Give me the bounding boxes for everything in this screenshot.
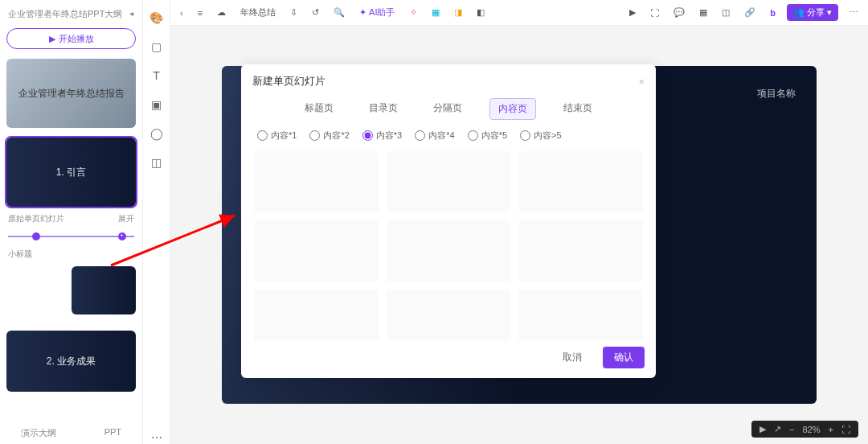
document-title-row[interactable]: 企业管理者年终总结PPT大纲 ▾ (5, 5, 137, 23)
template-card[interactable] (254, 220, 379, 282)
slide-thumb-sub[interactable] (72, 266, 136, 314)
search-icon[interactable]: 🔍 (330, 6, 348, 19)
template-card[interactable] (387, 151, 511, 212)
radio-content-gt5[interactable]: 内容>5 (520, 130, 562, 142)
pointer-icon[interactable]: ↗ (774, 424, 781, 434)
slide-thumb-2[interactable]: 1. 引言 (6, 138, 136, 207)
radio-content-5[interactable]: 内容*5 (468, 130, 507, 142)
radio-content-4[interactable]: 内容*4 (415, 130, 454, 142)
back-icon[interactable]: ‹ (177, 6, 186, 19)
radio-content-1[interactable]: 内容*1 (257, 130, 297, 142)
sidebar-tab-outline[interactable]: 演示大纲 (21, 427, 56, 439)
play-icon: ▶ (49, 34, 55, 44)
slide-thumb-3[interactable]: 2. 业务成果 (6, 331, 136, 392)
tool-column: 🎨 ▢ T ▣ ◯ ◫ ⋯ (143, 0, 170, 444)
tab-toc-page[interactable]: 目录页 (361, 98, 406, 120)
start-play-button[interactable]: ▶ 开始播放 (6, 28, 136, 49)
slide-thumb-label: 1. 引言 (56, 166, 86, 179)
section-expand[interactable]: 展开 (118, 213, 134, 224)
present-icon[interactable]: ⛶ (647, 6, 662, 19)
more-icon[interactable]: ⋯ (846, 6, 862, 19)
slide-thumb-label: 2. 业务成果 (47, 355, 96, 368)
template-card[interactable] (518, 290, 643, 340)
timeline[interactable] (8, 231, 134, 242)
content-count-radios: 内容*1 内容*2 内容*3 内容*4 内容*5 内容>5 (257, 130, 640, 142)
tool-c-icon[interactable]: ◨ (451, 6, 465, 19)
zoom-level[interactable]: 82% (803, 425, 821, 434)
template-card[interactable] (387, 220, 511, 282)
template-card[interactable] (387, 290, 511, 340)
color-dots-icon[interactable]: ⋯ (150, 431, 163, 444)
chart-icon[interactable]: ◫ (150, 156, 163, 169)
logo-icon[interactable]: b (767, 6, 779, 19)
radio-content-2[interactable]: 内容*2 (309, 130, 349, 142)
tab-title-page[interactable]: 标题页 (297, 98, 342, 120)
section-label: 原始单页幻灯片 (8, 213, 64, 224)
tool-b-icon[interactable]: ▦ (428, 6, 443, 19)
chevron-down-icon: ▾ (128, 12, 137, 16)
layers-icon[interactable]: ◫ (719, 6, 733, 19)
template-card[interactable] (254, 151, 379, 212)
shape-icon[interactable]: ◯ (150, 127, 163, 140)
comment-icon[interactable]: 💬 (670, 6, 688, 19)
link-icon[interactable]: 🔗 (741, 6, 759, 19)
cloud-icon[interactable]: ☁ (214, 6, 229, 19)
tab-content-page[interactable]: 内容页 (489, 98, 536, 120)
topbar: ‹ ≡ ☁ 年终总结 ⇩ ↺ 🔍 ✦ AI助手 ✧ ▦ ◨ ◧ ▶ ⛶ 💬 ▦ … (170, 0, 868, 26)
tool-d-icon[interactable]: ◧ (473, 6, 488, 19)
image-icon[interactable]: ▣ (150, 98, 163, 111)
new-slide-modal: 新建单页幻灯片 × 标题页 目录页 分隔页 内容页 结束页 内容*1 内容*2 … (241, 64, 656, 378)
fullscreen-icon[interactable]: ⛶ (841, 425, 850, 434)
history-icon[interactable]: ↺ (309, 6, 322, 19)
crop-icon[interactable]: ▢ (150, 40, 163, 53)
share-button[interactable]: 👥 分享 ▾ (787, 4, 838, 21)
tab-end-page[interactable]: 结束页 (555, 98, 600, 120)
doc-name[interactable]: 年终总结 (237, 5, 279, 20)
sidebar: 企业管理者年终总结PPT大纲 ▾ ▶ 开始播放 企业管理者年终总结报告 1. 引… (0, 0, 143, 444)
export-icon[interactable]: ⇩ (287, 6, 301, 19)
menu-icon[interactable]: ≡ (194, 6, 206, 19)
play-icon[interactable]: ▶ (760, 424, 766, 434)
tab-divider-page[interactable]: 分隔页 (425, 98, 470, 120)
ai-assistant-button[interactable]: ✦ AI助手 (356, 5, 398, 20)
close-icon[interactable]: × (638, 76, 645, 88)
timeline-add-icon[interactable] (118, 232, 126, 240)
slide-thumb-label: 企业管理者年终总结报告 (18, 87, 125, 101)
template-card[interactable] (518, 151, 643, 212)
tool-a-icon[interactable]: ✧ (407, 6, 420, 19)
sub-label: 小标题 (8, 249, 32, 260)
template-card[interactable] (518, 220, 643, 282)
modal-tabs: 标题页 目录页 分隔页 内容页 结束页 (252, 98, 645, 120)
radio-content-3[interactable]: 内容*3 (362, 130, 402, 142)
template-card[interactable] (254, 290, 379, 340)
bottom-toolbar: ▶ ↗ − 82% + ⛶ (751, 421, 858, 438)
start-play-label: 开始播放 (59, 33, 94, 45)
document-title: 企业管理者年终总结PPT大纲 (8, 8, 122, 20)
sidebar-tab-ppt[interactable]: PPT (104, 427, 121, 439)
zoom-in-icon[interactable]: + (829, 425, 833, 434)
palette-icon[interactable]: 🎨 (150, 11, 163, 24)
timeline-dot[interactable] (32, 232, 40, 240)
template-grid (252, 150, 645, 340)
cancel-button[interactable]: 取消 (551, 347, 593, 368)
ok-button[interactable]: 确认 (603, 347, 645, 368)
slide-project: 项目名称 (757, 87, 796, 101)
zoom-out-icon[interactable]: − (789, 425, 794, 434)
play-icon[interactable]: ▶ (626, 6, 639, 19)
modal-title: 新建单页幻灯片 (252, 74, 326, 88)
slide-thumb-1[interactable]: 企业管理者年终总结报告 (6, 59, 136, 128)
text-icon[interactable]: T (150, 69, 163, 82)
grid-icon[interactable]: ▦ (696, 6, 710, 19)
